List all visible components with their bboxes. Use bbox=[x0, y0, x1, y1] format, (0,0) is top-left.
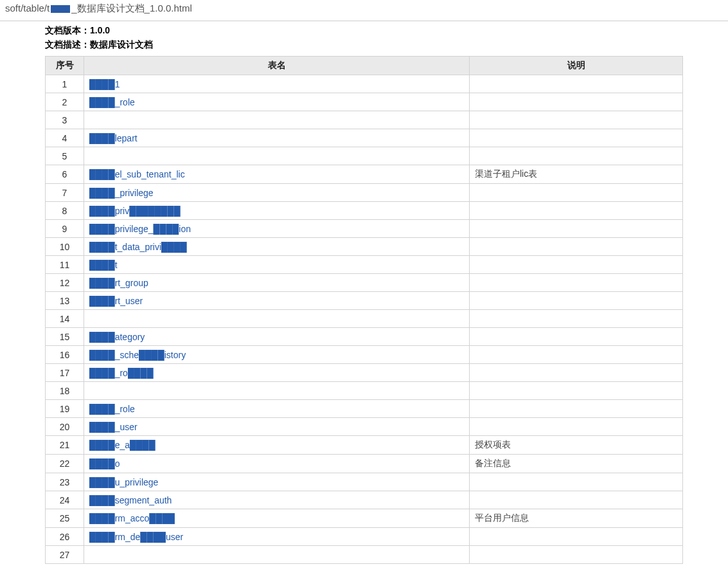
table-row: 23████u_privilege bbox=[46, 473, 683, 491]
table-row: 1████1 bbox=[46, 75, 683, 93]
table-name-link[interactable]: ████1 bbox=[89, 79, 120, 89]
row-description bbox=[470, 310, 683, 328]
row-number: 4 bbox=[46, 129, 84, 147]
row-number: 24 bbox=[46, 491, 84, 509]
doc-version-label: 文档版本： bbox=[45, 25, 90, 35]
row-number: 11 bbox=[46, 256, 84, 274]
row-table-name-cell: ████rt_user bbox=[84, 292, 470, 310]
row-number: 5 bbox=[46, 147, 84, 165]
row-description bbox=[470, 382, 683, 400]
row-table-name-cell: ████priv████████ bbox=[84, 202, 470, 220]
row-table-name-cell: ████_privilege bbox=[84, 184, 470, 202]
table-row: 14 bbox=[46, 310, 683, 328]
table-name-link[interactable]: ████t_data_privi████ bbox=[89, 242, 187, 252]
table-name-link[interactable]: ████_sche████istory bbox=[89, 350, 186, 360]
table-row: 22████o备注信息 bbox=[46, 455, 683, 473]
row-table-name-cell: ████_sche████istory bbox=[84, 346, 470, 364]
row-table-name-cell: ████privilege_████ion bbox=[84, 220, 470, 238]
row-number: 7 bbox=[46, 184, 84, 202]
row-description: 备注信息 bbox=[470, 455, 683, 473]
row-number: 16 bbox=[46, 346, 84, 364]
doc-version-line: 文档版本：1.0.0 bbox=[45, 25, 683, 37]
row-number: 25 bbox=[46, 509, 84, 528]
table-row: 5 bbox=[46, 147, 683, 165]
table-name-link[interactable]: ████el_sub_tenant_lic bbox=[89, 169, 185, 179]
row-description bbox=[470, 238, 683, 256]
table-row: 6████el_sub_tenant_lic渠道子租户lic表 bbox=[46, 165, 683, 184]
row-number: 14 bbox=[46, 310, 84, 328]
row-number: 10 bbox=[46, 238, 84, 256]
table-row: 2████_role bbox=[46, 93, 683, 111]
row-table-name-cell: ████u_privilege bbox=[84, 473, 470, 491]
table-name-link[interactable]: ████u_privilege bbox=[89, 477, 158, 487]
table-row: 21████e_a████授权项表 bbox=[46, 436, 683, 455]
row-description bbox=[470, 111, 683, 129]
table-name-link[interactable]: ████rt_group bbox=[89, 278, 148, 288]
row-description bbox=[470, 202, 683, 220]
row-description bbox=[470, 292, 683, 310]
row-description bbox=[470, 528, 683, 546]
row-number: 8 bbox=[46, 202, 84, 220]
row-number: 13 bbox=[46, 292, 84, 310]
row-table-name-cell: ████rt_group bbox=[84, 274, 470, 292]
row-number: 22 bbox=[46, 455, 84, 473]
row-description bbox=[470, 346, 683, 364]
table-name-link[interactable]: ████o bbox=[89, 458, 120, 469]
redact-block-icon bbox=[51, 5, 70, 13]
doc-version-value: 1.0.0 bbox=[90, 25, 110, 35]
table-name-link[interactable]: ████priv████████ bbox=[89, 206, 181, 216]
row-table-name-cell: ████_user bbox=[84, 418, 470, 436]
row-description bbox=[470, 256, 683, 274]
row-number: 27 bbox=[46, 546, 84, 564]
table-row: 17████_ro████ bbox=[46, 364, 683, 382]
row-table-name-cell bbox=[84, 382, 470, 400]
table-name-link[interactable]: ████_role bbox=[89, 97, 135, 107]
row-description bbox=[470, 75, 683, 93]
row-table-name-cell: ████t_data_privi████ bbox=[84, 238, 470, 256]
row-number: 2 bbox=[46, 93, 84, 111]
table-name-link[interactable]: ████segment_auth bbox=[89, 495, 172, 505]
table-name-link[interactable]: ████t bbox=[89, 260, 118, 270]
row-number: 9 bbox=[46, 220, 84, 238]
table-body: 1████12████_role34████lepart56████el_sub… bbox=[46, 75, 683, 564]
table-name-link[interactable]: ████lepart bbox=[89, 133, 138, 143]
row-table-name-cell: ████_ro████ bbox=[84, 364, 470, 382]
row-description bbox=[470, 364, 683, 382]
row-number: 20 bbox=[46, 418, 84, 436]
row-description bbox=[470, 328, 683, 346]
table-row: 15████ategory bbox=[46, 328, 683, 346]
row-number: 23 bbox=[46, 473, 84, 491]
row-description: 授权项表 bbox=[470, 436, 683, 455]
row-table-name-cell: ████_role bbox=[84, 93, 470, 111]
table-row: 12████rt_group bbox=[46, 274, 683, 292]
row-table-name-cell: ████segment_auth bbox=[84, 491, 470, 509]
row-number: 6 bbox=[46, 165, 84, 184]
table-name-link[interactable]: ████_privilege bbox=[89, 188, 154, 198]
table-name-link[interactable]: ████e_a████ bbox=[89, 440, 155, 450]
table-name-link[interactable]: ████privilege_████ion bbox=[89, 224, 191, 234]
row-number: 12 bbox=[46, 274, 84, 292]
row-description bbox=[470, 418, 683, 436]
table-name-link[interactable]: ████_role bbox=[89, 404, 135, 414]
table-row: 16████_sche████istory bbox=[46, 346, 683, 364]
table-row: 10████t_data_privi████ bbox=[46, 238, 683, 256]
table-row: 26████rm_de████user bbox=[46, 528, 683, 546]
row-table-name-cell bbox=[84, 546, 470, 564]
row-number: 26 bbox=[46, 528, 84, 546]
table-name-link[interactable]: ████_user bbox=[89, 422, 138, 432]
doc-desc-label: 文档描述： bbox=[45, 39, 90, 50]
document-content: 文档版本：1.0.0 文档描述：数据库设计文档 序号 表名 说明 1████12… bbox=[0, 25, 728, 564]
table-name-link[interactable]: ████ategory bbox=[89, 332, 145, 342]
table-name-link[interactable]: ████rt_user bbox=[89, 296, 143, 306]
row-table-name-cell: ████lepart bbox=[84, 129, 470, 147]
row-number: 19 bbox=[46, 400, 84, 418]
table-name-link[interactable]: ████rm_acco████ bbox=[89, 513, 175, 523]
tables-list: 序号 表名 说明 1████12████_role34████lepart56█… bbox=[45, 56, 683, 564]
table-name-link[interactable]: ████rm_de████user bbox=[89, 532, 183, 542]
row-table-name-cell: ████rm_de████user bbox=[84, 528, 470, 546]
row-table-name-cell: ████_role bbox=[84, 400, 470, 418]
row-table-name-cell: ████el_sub_tenant_lic bbox=[84, 165, 470, 184]
row-number: 1 bbox=[46, 75, 84, 93]
table-name-link[interactable]: ████_ro████ bbox=[89, 368, 154, 378]
row-table-name-cell bbox=[84, 310, 470, 328]
